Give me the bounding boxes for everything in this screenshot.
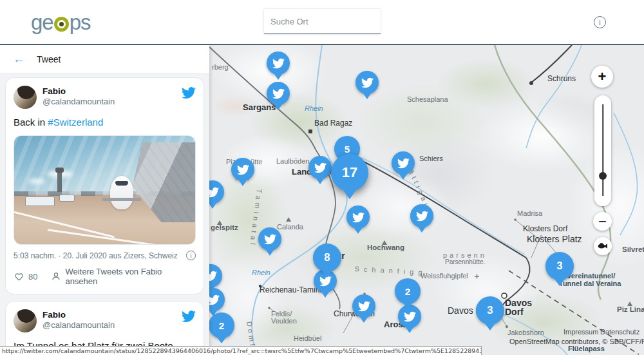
zoom-slider[interactable] <box>594 95 611 206</box>
map-label: Heidbüel <box>294 334 321 342</box>
cluster-count: 17 <box>342 164 358 181</box>
logo-o-ring-icon <box>54 17 69 32</box>
map-label: Hochwang <box>367 244 404 252</box>
tweet-header: Fabio @calandamountain <box>14 309 196 332</box>
map-label: Rhein <box>252 269 270 276</box>
twitter-bird-icon <box>264 233 276 245</box>
sidebar-header: ← Tweet <box>0 45 209 73</box>
map-label: Calanda <box>277 223 303 231</box>
twitter-bird-icon[interactable] <box>182 309 196 326</box>
twitter-bird-icon[interactable] <box>182 86 196 102</box>
map-label: Schesaplana <box>407 95 448 103</box>
map-label: Weissfluhgipfel <box>421 272 468 280</box>
search-input[interactable] <box>270 17 384 26</box>
map-link[interactable]: Datenschutz <box>600 328 639 336</box>
logo-text-ge: ge <box>31 10 53 35</box>
map-label: Bad Ragaz <box>314 119 352 128</box>
sidebar-title: Tweet <box>37 54 61 64</box>
twitter-bird-icon <box>209 270 217 282</box>
like-count: 80 <box>28 272 37 282</box>
map-label: Laulböden <box>276 157 309 165</box>
tweet-marker[interactable] <box>267 52 290 75</box>
map-label: Sargans <box>243 103 276 112</box>
twitter-bird-icon <box>352 211 365 224</box>
map-label: Schiers <box>419 155 443 162</box>
hashtag-link[interactable]: #Switzerland <box>48 117 103 128</box>
zoom-slider-track <box>602 104 603 196</box>
tweet-photo-airport[interactable] <box>14 135 196 245</box>
heart-icon <box>14 271 24 282</box>
person-icon <box>51 271 61 282</box>
tweet-marker[interactable] <box>352 294 375 318</box>
tweet-timestamp: 5:03 nachm. · 20. Juli 2020 aus Zizers, … <box>14 251 178 260</box>
twitter-bird-icon <box>272 57 285 70</box>
cluster-count: 3 <box>556 260 562 273</box>
tweet-author-name: Fabio <box>43 86 115 97</box>
cluster-count: 2 <box>219 320 224 331</box>
twitter-bird-icon <box>361 77 374 89</box>
fish-icon <box>598 242 608 250</box>
twitter-bird-icon <box>314 162 327 174</box>
map-label: Parsennhütte. <box>445 258 485 265</box>
twitter-bird-icon <box>272 88 285 100</box>
header: geps i <box>0 0 644 45</box>
map-label: Schruns <box>547 75 576 83</box>
cluster-marker[interactable]: 2 <box>209 312 234 338</box>
twitter-bird-icon <box>237 164 249 176</box>
map-label: Jakobshorn <box>507 329 544 336</box>
back-arrow-icon[interactable]: ← <box>13 52 25 66</box>
cluster-count: 8 <box>324 251 330 264</box>
tweet-sidebar: ← Tweet Fabio @calandamountain Back in #… <box>0 45 209 355</box>
avatar[interactable] <box>14 309 37 332</box>
twitter-bird-icon <box>416 210 428 222</box>
zoom-slider-handle[interactable] <box>599 172 607 180</box>
geops-logo[interactable]: geps <box>31 10 91 35</box>
map-label: gelspitz <box>211 224 238 232</box>
twitter-bird-icon <box>209 186 219 198</box>
tweet-header: Fabio @calandamountain <box>14 86 196 109</box>
cluster-marker[interactable]: 8 <box>313 244 341 272</box>
map-label: Madrisa <box>517 209 542 217</box>
tweet-marker[interactable] <box>355 71 379 94</box>
info-icon[interactable]: i <box>594 16 606 28</box>
fish-layer-button[interactable] <box>594 237 612 255</box>
map-label: Flüelapass <box>568 345 605 352</box>
twitter-bird-icon <box>358 300 370 312</box>
tweet-info-icon[interactable]: i <box>186 251 196 260</box>
map-label: rberg <box>212 63 229 71</box>
cluster-marker[interactable]: 3 <box>545 252 574 280</box>
map-label: Silvretta <box>622 245 644 254</box>
map[interactable]: rbergSargansRheinBad RagazSchrunsSchesap… <box>209 45 644 355</box>
like-button[interactable]: 80 <box>14 271 37 282</box>
zoom-in-button[interactable]: + <box>591 66 613 88</box>
tweet-author-name: Fabio <box>43 309 115 320</box>
map-label: Dorf <box>505 307 524 317</box>
map-label: Reichenau-Tamins <box>260 286 323 294</box>
tweet-marker[interactable] <box>392 151 415 175</box>
more-tweets-link[interactable]: Weitere Tweets von Fabio ansehen <box>51 267 196 286</box>
avatar[interactable] <box>14 86 37 109</box>
cluster-marker[interactable]: 2 <box>395 278 421 304</box>
search-box <box>264 9 381 34</box>
tweet-text: Back in #Switzerland <box>14 116 196 129</box>
cluster-count: 3 <box>487 304 493 317</box>
tweet-marker[interactable] <box>267 82 290 105</box>
cluster-marker[interactable]: 3 <box>476 296 504 325</box>
zoom-out-button[interactable]: − <box>593 212 612 231</box>
tweet-marker[interactable] <box>258 227 281 251</box>
map-label: Rhein <box>305 104 323 112</box>
tweet-marker[interactable] <box>346 206 370 229</box>
tweet-marker[interactable] <box>410 204 433 227</box>
app-window: geps i ← Tweet Fabio @calandamountain <box>0 0 644 355</box>
tweet-author-handle: @calandamountain <box>43 320 115 331</box>
cluster-marker[interactable]: 17 <box>331 154 368 191</box>
map-link[interactable]: Impressum <box>564 328 598 336</box>
tweet-marker[interactable] <box>231 158 254 181</box>
logo-text-ps: ps <box>70 10 91 35</box>
map-label: Klosters Dorf <box>523 225 567 233</box>
tweet-marker[interactable] <box>308 156 332 179</box>
cluster-count: 5 <box>345 144 350 155</box>
twitter-bird-icon <box>397 157 410 169</box>
map-label: Vereinatunnel/ <box>567 272 615 280</box>
tower-silhouette <box>57 171 62 192</box>
